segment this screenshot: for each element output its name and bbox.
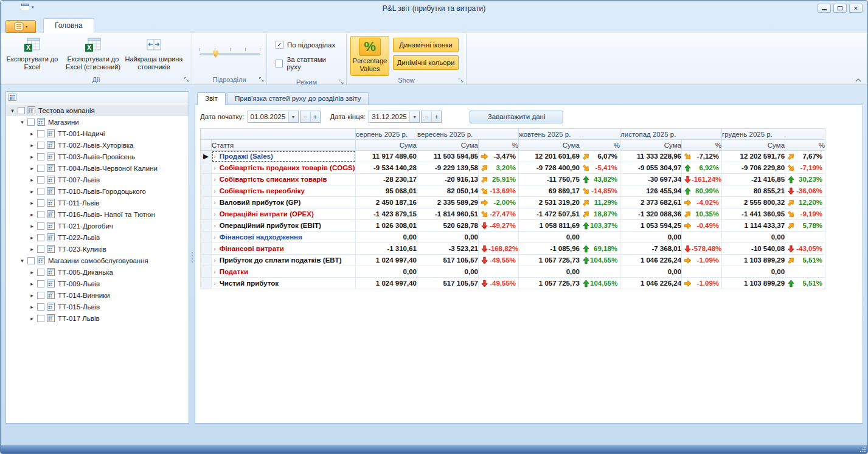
tree-item-checkbox[interactable] (27, 119, 35, 126)
grid-row[interactable]: ›Операційні витрати (OPEX)-1 423 879,15-… (201, 208, 825, 220)
pct-cell[interactable]: 30,23% (785, 174, 825, 185)
dialog-launcher-icon[interactable] (458, 77, 464, 83)
tree-item[interactable]: ▸ТТ-001-Надичі (6, 128, 189, 139)
sum-column-header[interactable]: Сума (620, 140, 682, 151)
sum-cell[interactable]: 1 058 811,69 (519, 220, 580, 232)
article-cell[interactable]: ›Фінансові надходження (212, 232, 356, 243)
expand-icon[interactable]: ▸ (28, 235, 36, 241)
tree-item-checkbox[interactable] (37, 211, 44, 218)
sum-cell[interactable]: 11 333 228,96 (620, 151, 682, 162)
sum-column-header[interactable]: Сума (356, 140, 417, 151)
tree-item-checkbox[interactable] (37, 292, 44, 299)
expand-icon[interactable]: ▸ (28, 315, 36, 322)
expand-icon[interactable]: ▸ (28, 292, 36, 298)
tree-item[interactable]: ▸ТТ-023-Куликів (6, 243, 189, 255)
sum-cell[interactable]: -30 697,34 (620, 174, 682, 185)
best-fit-columns-button[interactable]: Найкраща ширина стовпчиків (123, 35, 184, 75)
by-flow-items-checkbox[interactable]: За статтями руху (276, 56, 339, 71)
article-cell[interactable]: ›Прибуток до сплати податків (EBT) (212, 255, 356, 266)
sum-cell[interactable]: 517 105,57 (417, 278, 479, 289)
sum-cell[interactable]: 11 917 489,60 (356, 151, 417, 162)
expand-icon[interactable]: ▸ (28, 188, 36, 194)
row-expand-icon[interactable]: › (214, 256, 216, 264)
pct-cell[interactable]: 43,82% (580, 174, 620, 185)
sum-cell[interactable]: 1 053 594,25 (620, 220, 682, 232)
pct-cell[interactable]: -49,55% (479, 278, 519, 289)
sum-cell[interactable]: -9 229 139,58 (417, 162, 479, 174)
end-date-value[interactable]: 31.12.2025 (369, 111, 409, 122)
sum-cell[interactable]: -7 368,01 (620, 243, 682, 255)
dynamic-colors-button[interactable]: Динімічні кольори (393, 55, 459, 70)
pct-cell[interactable]: -49,27% (479, 220, 519, 232)
pct-column-header[interactable]: % (785, 140, 825, 151)
resize-grip[interactable] (859, 446, 866, 453)
pct-cell[interactable]: 5,51% (785, 278, 825, 289)
article-cell[interactable]: ›Продажі (Sales) (212, 151, 356, 162)
tree-item-checkbox[interactable] (37, 246, 44, 253)
expand-icon[interactable]: ▸ (28, 246, 36, 252)
sum-cell[interactable]: 0,00 (356, 266, 417, 278)
pct-cell[interactable] (785, 266, 825, 278)
sum-cell[interactable]: 1 057 725,73 (519, 255, 580, 266)
grid-row[interactable]: ›Собівартість списаних товарів-28 230,17… (201, 174, 825, 185)
pct-cell[interactable]: -43,05% (785, 243, 825, 255)
pct-cell[interactable]: 80,99% (682, 185, 722, 197)
tree-item[interactable]: ▸ТТ-017 Львів (6, 312, 189, 324)
pct-cell[interactable]: 69,18% (580, 243, 620, 255)
tree-item-checkbox[interactable] (37, 199, 44, 207)
article-cell[interactable]: ›Фінансові витрати (212, 243, 356, 255)
sum-cell[interactable]: -1 472 507,51 (519, 208, 580, 220)
tree-item-checkbox[interactable] (37, 315, 44, 322)
pct-cell[interactable]: 12,20% (785, 197, 825, 208)
tree-item[interactable]: ▸ТТ-021-Дрогобич (6, 220, 189, 232)
sum-cell[interactable]: 82 050,14 (417, 185, 479, 197)
tab-holovna[interactable]: Головна (43, 18, 94, 33)
expand-icon[interactable]: ▸ (28, 142, 36, 148)
month-column-header[interactable]: листопад 2025 р. (620, 129, 722, 140)
end-date-increment-button[interactable]: + (431, 111, 441, 122)
sum-cell[interactable]: -1 814 960,51 (417, 208, 479, 220)
tree-item[interactable]: ▸ТТ-007-Львів (6, 174, 189, 185)
grid-header-corner[interactable] (201, 129, 356, 140)
pct-cell[interactable]: 6,92% (682, 162, 722, 174)
pct-cell[interactable]: 25,91% (479, 174, 519, 185)
close-button[interactable]: ✕ (849, 4, 863, 13)
pct-cell[interactable]: 7,67% (785, 151, 825, 162)
tab-flow-binding[interactable]: Прив'язка статей руху до розділів звіту (227, 92, 369, 105)
sum-cell[interactable]: 517 105,57 (417, 255, 479, 266)
sum-cell[interactable]: -1 320 088,36 (620, 208, 682, 220)
tree-item[interactable]: ▸ТТ-022-Львів (6, 232, 189, 243)
row-expand-icon[interactable]: › (214, 164, 216, 171)
expand-icon[interactable]: ▸ (28, 269, 36, 275)
pct-cell[interactable]: 3,20% (479, 162, 519, 174)
grid-row[interactable]: ›Собівартість переобліку95 068,0182 050,… (201, 185, 825, 197)
by-subdivisions-checkbox[interactable]: ✓ По підрозділах (276, 41, 335, 49)
sum-cell[interactable]: 0,00 (620, 266, 682, 278)
row-expand-icon[interactable]: › (214, 153, 216, 160)
pct-cell[interactable]: -0,49% (682, 220, 722, 232)
dialog-launcher-icon[interactable] (184, 77, 190, 83)
grid-row[interactable]: ›Операційний прибуток (EBIT)1 026 308,01… (201, 220, 825, 232)
sum-cell[interactable]: -3 523,21 (417, 243, 479, 255)
start-date-input[interactable]: 01.08.2025 ▼ (248, 111, 299, 123)
collapse-icon[interactable]: ▾ (18, 258, 26, 264)
start-date-value[interactable]: 01.08.2025 (248, 111, 288, 122)
pct-column-header[interactable]: % (580, 140, 620, 151)
row-expand-icon[interactable]: › (214, 176, 216, 183)
tree-item[interactable]: ▸ТТ-003-Львів-Провісень (6, 151, 189, 162)
pct-cell[interactable] (479, 266, 519, 278)
tree-item[interactable]: ▸ТТ-016-Львів- Напої та Тютюн (6, 208, 189, 220)
article-cell[interactable]: ›Собівартість списаних товарів (212, 174, 356, 185)
tree-column-header[interactable] (6, 92, 189, 103)
end-date-input[interactable]: 31.12.2025 ▼ (369, 111, 420, 123)
tree-item[interactable]: ▸ТТ-010-Львів-Городоцького (6, 185, 189, 197)
maximize-button[interactable] (833, 4, 847, 13)
tree-item-checkbox[interactable] (37, 176, 44, 184)
titlebar[interactable]: ▾ P&L звіт (прибутки та витрати) ✕ (1, 1, 867, 16)
pct-cell[interactable]: -36,06% (785, 185, 825, 197)
sum-cell[interactable]: 0,00 (722, 266, 785, 278)
sum-cell[interactable]: -9 055 304,97 (620, 162, 682, 174)
sum-cell[interactable]: -1 441 360,95 (722, 208, 785, 220)
tree-item-checkbox[interactable] (37, 234, 44, 241)
sum-cell[interactable]: 0,00 (620, 232, 682, 243)
